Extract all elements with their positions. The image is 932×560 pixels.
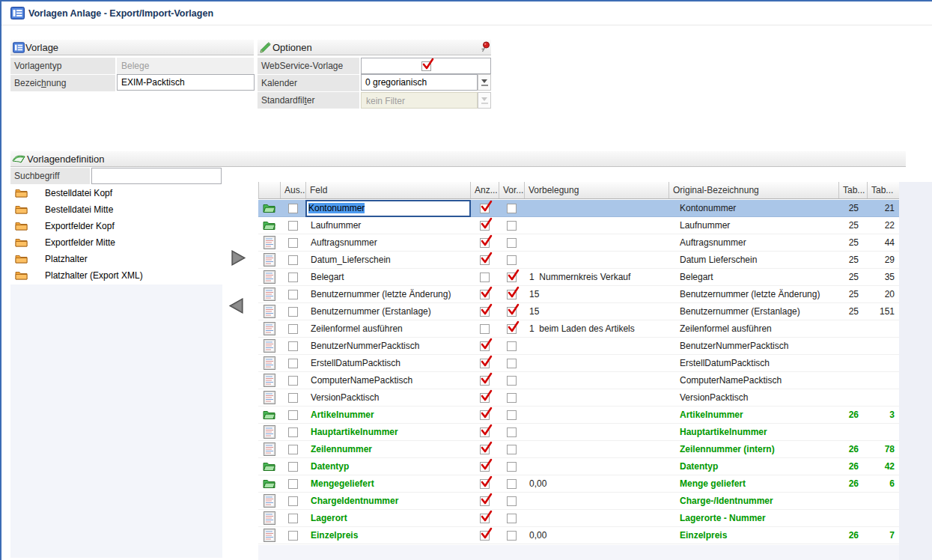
feld-cell[interactable]: Einzelpreis xyxy=(305,527,475,544)
aus-checkbox[interactable] xyxy=(288,410,298,420)
feld-cell[interactable]: Datum_Lieferschein xyxy=(305,252,475,268)
vorbelegung-cell[interactable]: 1 Nummernkreis Verkauf xyxy=(524,269,674,285)
vor-checkbox[interactable] xyxy=(507,273,517,282)
vor-checkbox[interactable] xyxy=(507,427,517,437)
vor-checkbox[interactable] xyxy=(507,290,517,299)
feld-cell[interactable]: Benutzernummer (Erstanlage) xyxy=(305,303,475,320)
anz-checkbox[interactable] xyxy=(480,255,490,265)
anz-checkbox[interactable] xyxy=(480,376,490,386)
grid-header-cell[interactable]: Anz... xyxy=(471,182,499,198)
feld-cell[interactable]: ErstellDatumPacktisch xyxy=(305,355,475,371)
vorbelegung-cell[interactable] xyxy=(524,424,674,440)
aus-checkbox[interactable] xyxy=(288,462,298,472)
vor-checkbox[interactable] xyxy=(507,410,517,420)
anz-checkbox[interactable] xyxy=(480,462,490,472)
vorbelegung-cell[interactable] xyxy=(524,510,674,526)
table-row[interactable]: LaufnummerLaufnummer2522 xyxy=(258,217,899,234)
folder-item[interactable]: Exportfelder Kopf xyxy=(10,218,162,234)
folder-item[interactable]: Platzhalter (Export XML) xyxy=(10,267,162,284)
feld-cell[interactable]: Auftragsnummer xyxy=(305,234,475,251)
vorbelegung-cell[interactable] xyxy=(524,252,674,268)
vorbelegung-cell[interactable]: 15 xyxy=(524,286,674,302)
grid-header-cell[interactable]: Vorbelegung xyxy=(525,182,669,198)
anz-checkbox[interactable] xyxy=(480,514,490,523)
vorbelegung-cell[interactable]: 0,00 xyxy=(524,527,674,544)
vor-checkbox[interactable] xyxy=(507,359,517,368)
vor-checkbox[interactable] xyxy=(507,445,517,454)
move-right-button[interactable] xyxy=(231,249,246,269)
aus-checkbox[interactable] xyxy=(288,445,298,454)
vorbelegung-cell[interactable] xyxy=(524,441,674,457)
table-row[interactable]: ErstellDatumPacktischErstellDatumPacktis… xyxy=(258,355,899,372)
aus-checkbox[interactable] xyxy=(288,531,298,541)
vor-checkbox[interactable] xyxy=(507,462,517,472)
anz-checkbox[interactable] xyxy=(480,204,490,213)
vor-checkbox[interactable] xyxy=(507,514,517,523)
move-left-button[interactable] xyxy=(228,297,244,317)
aus-checkbox[interactable] xyxy=(288,376,298,386)
folder-item[interactable]: Bestelldatei Kopf xyxy=(10,185,162,201)
feld-cell[interactable]: Mengegeliefert xyxy=(305,475,475,492)
vorbelegung-cell[interactable] xyxy=(524,338,674,354)
folder-item[interactable]: Exportfelder Mitte xyxy=(10,234,162,251)
aus-checkbox[interactable] xyxy=(288,273,298,282)
vor-checkbox[interactable] xyxy=(507,221,517,231)
vor-checkbox[interactable] xyxy=(507,341,517,351)
vorbelegung-cell[interactable]: 0,00 xyxy=(524,475,674,492)
vor-checkbox[interactable] xyxy=(507,479,517,489)
table-row[interactable]: KontonummerKontonummer2521 xyxy=(258,200,899,217)
table-row[interactable]: ChargeIdentnummerCharge-/Identnummer xyxy=(258,493,899,510)
table-row[interactable]: AuftragsnummerAuftragsnummer2544 xyxy=(258,234,899,252)
kalender-select[interactable]: 0 gregorianisch xyxy=(361,74,478,91)
table-row[interactable]: Datum_LieferscheinDatum Lieferschein2529 xyxy=(258,252,899,269)
feld-cell[interactable]: Zeilennummer xyxy=(305,441,475,457)
anz-checkbox[interactable] xyxy=(480,307,490,317)
feld-cell[interactable]: Artikelnummer xyxy=(305,407,475,423)
anz-checkbox[interactable] xyxy=(480,410,490,420)
table-row[interactable]: Benutzernummer (Erstanlage)15Benutzernum… xyxy=(258,303,899,320)
grid-header-cell[interactable]: Feld xyxy=(306,182,471,198)
aus-checkbox[interactable] xyxy=(288,290,298,299)
table-row[interactable]: Einzelpreis0,00Einzelpreis267 xyxy=(258,527,899,544)
anz-checkbox[interactable] xyxy=(480,290,490,299)
anz-checkbox[interactable] xyxy=(480,496,490,506)
table-row[interactable]: ArtikelnummerArtikelnummer263 xyxy=(258,407,899,424)
aus-checkbox[interactable] xyxy=(288,307,298,317)
table-row[interactable]: Zeilenformel ausführen1 beim Laden des A… xyxy=(258,320,899,338)
aus-checkbox[interactable] xyxy=(288,324,298,334)
vor-checkbox[interactable] xyxy=(507,204,517,213)
aus-checkbox[interactable] xyxy=(288,393,298,403)
grid-header-cell[interactable]: Original-Bezeichnung xyxy=(669,182,839,198)
feld-cell[interactable]: Benutzernummer (letzte Änderung) xyxy=(305,286,475,302)
anz-checkbox[interactable] xyxy=(480,341,490,351)
aus-checkbox[interactable] xyxy=(288,479,298,489)
feld-cell[interactable]: Laufnummer xyxy=(305,217,475,234)
grid-header-cell[interactable] xyxy=(259,182,281,198)
aus-checkbox[interactable] xyxy=(288,496,298,506)
vorbelegung-cell[interactable] xyxy=(524,200,674,216)
anz-checkbox[interactable] xyxy=(480,273,490,282)
anz-checkbox[interactable] xyxy=(480,238,490,248)
vorbelegung-cell[interactable] xyxy=(524,217,674,234)
vorbelegung-cell[interactable] xyxy=(524,355,674,371)
aus-checkbox[interactable] xyxy=(288,427,298,437)
table-row[interactable]: ZeilennummerZeilennummer (intern)2678 xyxy=(258,441,899,458)
aus-checkbox[interactable] xyxy=(288,221,298,231)
vorbelegung-cell[interactable] xyxy=(524,234,674,251)
aus-checkbox[interactable] xyxy=(288,359,298,368)
anz-checkbox[interactable] xyxy=(480,479,490,489)
table-row[interactable]: HauptartikelnummerHauptartikelnummer xyxy=(258,424,899,441)
vor-checkbox[interactable] xyxy=(507,376,517,386)
feld-cell[interactable]: VersionPacktisch xyxy=(305,389,475,406)
feld-cell[interactable]: BenutzerNummerPacktisch xyxy=(305,338,475,354)
kalender-dropdown-button[interactable] xyxy=(478,74,491,91)
table-row[interactable]: BenutzerNummerPacktischBenutzerNummerPac… xyxy=(258,338,899,355)
bezeichnung-input[interactable]: EXIM-Packtisch xyxy=(117,74,255,91)
vor-checkbox[interactable] xyxy=(507,393,517,403)
aus-checkbox[interactable] xyxy=(288,204,298,213)
feld-cell[interactable]: ChargeIdentnummer xyxy=(305,493,475,509)
vor-checkbox[interactable] xyxy=(507,307,517,317)
aus-checkbox[interactable] xyxy=(288,255,298,265)
aus-checkbox[interactable] xyxy=(288,341,298,351)
vorbelegung-cell[interactable] xyxy=(524,389,674,406)
